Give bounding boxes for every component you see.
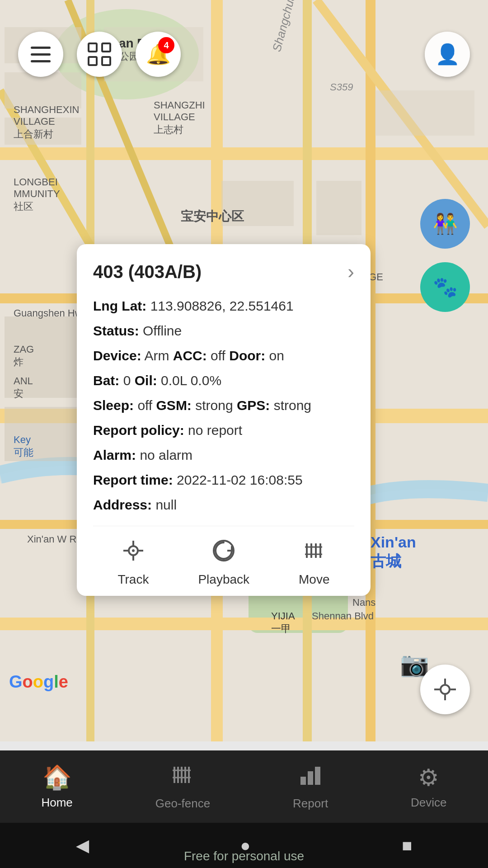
nav-report[interactable]: Report bbox=[293, 763, 328, 811]
svg-rect-62 bbox=[315, 767, 320, 785]
map-label-xinan-w: Xin'an W Rd bbox=[27, 533, 82, 545]
svg-rect-17 bbox=[5, 72, 81, 108]
oil-value: 0.0L 0.0% bbox=[161, 373, 221, 388]
playback-icon bbox=[212, 539, 235, 567]
map-label-anl: ANL安 bbox=[14, 375, 33, 401]
map-label-key: Key可能 bbox=[14, 434, 33, 459]
report-time-row: Report time: 2022-11-02 16:08:55 bbox=[93, 470, 354, 490]
sleep-value: off bbox=[137, 398, 152, 413]
menu-button[interactable] bbox=[18, 32, 63, 77]
svg-rect-34 bbox=[102, 57, 110, 65]
map-label-shanghexin: SHANGHEXINVILLAGE上合新村 bbox=[14, 104, 79, 141]
back-button[interactable]: ◀ bbox=[76, 835, 89, 855]
acc-value: off bbox=[211, 348, 225, 363]
bottom-navigation: 🏠 Home Geo-fence Report ⚙ bbox=[0, 750, 488, 823]
gps-value: strong bbox=[274, 398, 311, 413]
google-logo: Google bbox=[9, 672, 68, 692]
nav-home[interactable]: 🏠 Home bbox=[41, 764, 72, 810]
lng-lat-value: 113.908826, 22.551461 bbox=[150, 298, 294, 313]
move-label: Move bbox=[299, 572, 329, 587]
card-arrow-icon[interactable]: › bbox=[347, 260, 354, 283]
device-nav-label: Device bbox=[411, 796, 446, 810]
bat-label: Bat: bbox=[93, 373, 119, 388]
alarm-row: Alarm: no alarm bbox=[93, 445, 354, 465]
report-policy-row: Report policy: no report bbox=[93, 420, 354, 440]
map-label-zag: ZAG炸 bbox=[14, 344, 34, 369]
nav-geofence[interactable]: Geo-fence bbox=[155, 763, 210, 811]
status-row: Status: Offline bbox=[93, 321, 354, 341]
profile-button[interactable]: 👤 bbox=[425, 32, 470, 77]
track-icon bbox=[122, 539, 145, 567]
move-icon bbox=[302, 539, 326, 567]
svg-rect-33 bbox=[89, 57, 97, 65]
geofence-nav-icon bbox=[171, 763, 194, 792]
map-label-xinan: Xin'an古城 bbox=[371, 533, 416, 572]
address-value: null bbox=[155, 497, 177, 512]
sleep-row: Sleep: off GSM: strong GPS: strong bbox=[93, 395, 354, 415]
my-location-button[interactable] bbox=[420, 665, 470, 714]
pet-fab-button[interactable]: 🐾 bbox=[420, 262, 470, 312]
device-value: Arm bbox=[144, 348, 169, 363]
oil-label: Oil: bbox=[135, 373, 157, 388]
report-time-label: Report time: bbox=[93, 472, 173, 487]
svg-text:S359: S359 bbox=[330, 81, 353, 93]
home-button[interactable]: ● bbox=[240, 836, 251, 855]
svg-rect-60 bbox=[300, 777, 306, 785]
notification-button[interactable]: 🔔 4 bbox=[136, 32, 181, 77]
playback-button[interactable]: Playback bbox=[198, 539, 249, 587]
gps-label: GPS: bbox=[237, 398, 270, 413]
svg-rect-32 bbox=[102, 43, 110, 52]
alarm-label: Alarm: bbox=[93, 448, 136, 462]
bat-value: 0 bbox=[123, 373, 131, 388]
home-nav-icon: 🏠 bbox=[42, 764, 72, 791]
address-row: Address: null bbox=[93, 495, 354, 515]
people-fab-button[interactable]: 👫 bbox=[420, 199, 470, 249]
report-nav-label: Report bbox=[293, 797, 328, 811]
move-button[interactable]: Move bbox=[299, 539, 329, 587]
alarm-value: no alarm bbox=[140, 448, 192, 462]
map-label-shangzhi: SHANGZHIVILLAGE上志村 bbox=[154, 99, 205, 137]
acc-label: ACC: bbox=[173, 348, 207, 363]
notification-badge: 4 bbox=[158, 37, 174, 53]
paw-icon: 🐾 bbox=[433, 275, 458, 299]
report-policy-value: no report bbox=[188, 423, 242, 438]
card-title: 403 (403A/B) bbox=[93, 262, 202, 282]
report-policy-label: Report policy: bbox=[93, 423, 184, 438]
map-label-yijia: YIJIA一甲 bbox=[271, 610, 295, 636]
nav-device[interactable]: ⚙ Device bbox=[411, 764, 446, 810]
lng-lat-row: Lng Lat: 113.908826, 22.551461 bbox=[93, 296, 354, 316]
sleep-label: Sleep: bbox=[93, 398, 134, 413]
recent-button[interactable]: ■ bbox=[402, 836, 413, 855]
door-value: on bbox=[269, 348, 284, 363]
track-label: Track bbox=[117, 572, 149, 587]
track-button[interactable]: Track bbox=[117, 539, 149, 587]
map-label-nans: Nans bbox=[352, 597, 375, 609]
svg-rect-22 bbox=[375, 90, 474, 136]
device-label: Device: bbox=[93, 348, 141, 363]
map-label-longbei: LONGBEIMMUNITY社区 bbox=[14, 176, 60, 213]
map-label-baoan-center: 宝安中心区 bbox=[181, 208, 244, 225]
geofence-nav-label: Geo-fence bbox=[155, 797, 210, 811]
lng-lat-label: Lng Lat: bbox=[93, 298, 146, 313]
svg-rect-31 bbox=[89, 43, 97, 52]
gsm-label: GSM: bbox=[156, 398, 192, 413]
svg-rect-61 bbox=[308, 771, 313, 785]
device-row: Device: Arm ACC: off Door: on bbox=[93, 345, 354, 366]
door-label: Door: bbox=[229, 348, 265, 363]
gsm-value: strong bbox=[195, 398, 233, 413]
svg-rect-21 bbox=[316, 181, 361, 235]
profile-icon: 👤 bbox=[435, 42, 460, 66]
map-label-hwy: Guangshen Hwy bbox=[14, 307, 87, 319]
home-nav-label: Home bbox=[41, 796, 72, 810]
frame-button[interactable] bbox=[77, 32, 122, 77]
address-label: Address: bbox=[93, 497, 152, 512]
map-label-shennan: Shennan Blvd bbox=[312, 610, 374, 622]
status-label: Status: bbox=[93, 323, 139, 338]
report-nav-icon bbox=[299, 763, 322, 792]
svg-point-41 bbox=[132, 549, 135, 552]
battery-row: Bat: 0 Oil: 0.0L 0.0% bbox=[93, 370, 354, 391]
status-value: Offline bbox=[143, 323, 182, 338]
system-navigation-bar: ◀ ● ■ bbox=[0, 823, 488, 868]
people-icon: 👫 bbox=[433, 212, 458, 236]
info-card: 403 (403A/B) › Lng Lat: 113.908826, 22.5… bbox=[77, 244, 371, 596]
